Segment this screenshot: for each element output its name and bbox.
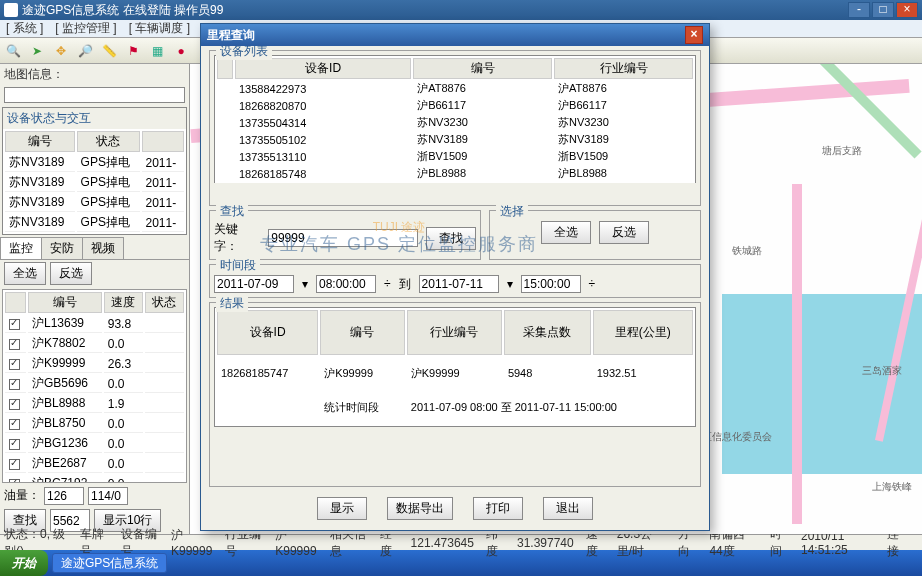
device-row[interactable]: 13588422973沪AT8876沪AT8876 — [217, 81, 693, 96]
col-id[interactable]: 编号 — [5, 131, 75, 152]
device-row[interactable]: 13735505102苏NV3189苏NV3189 — [217, 132, 693, 147]
tab-monitor[interactable]: 监控 — [0, 237, 42, 259]
search-icon[interactable]: 🔎 — [76, 42, 94, 60]
start-label: 开始 — [12, 555, 36, 572]
spinner-icon[interactable]: ÷ — [589, 277, 596, 291]
status-row[interactable]: 苏NV3189GPS掉电2011- — [5, 174, 184, 192]
pan-icon[interactable]: ✥ — [52, 42, 70, 60]
col-status[interactable]: 状态 — [77, 131, 140, 152]
mapinfo-input[interactable] — [4, 87, 185, 103]
dialog-title: 里程查询 — [207, 27, 255, 44]
spinner-icon[interactable]: ÷ — [384, 277, 391, 291]
app-icon — [4, 3, 18, 17]
measure-icon[interactable]: 📏 — [100, 42, 118, 60]
device-row[interactable]: 18268820870沪B66117沪B66117 — [217, 98, 693, 113]
status-row[interactable]: 苏NV3189GPS掉电2011- — [5, 154, 184, 172]
dropdown-icon[interactable]: ▾ — [507, 277, 513, 291]
minimize-button[interactable]: - — [848, 2, 870, 18]
record-icon[interactable]: ● — [172, 42, 190, 60]
menu-dispatch[interactable]: [ 车辆调度 ] — [125, 20, 194, 37]
res-col-num[interactable]: 编号 — [320, 310, 405, 355]
devlist-group-title: 设备列表 — [216, 46, 272, 60]
select-all-button[interactable]: 全选 — [4, 262, 46, 285]
date-to-input[interactable] — [419, 275, 499, 293]
exit-button[interactable]: 退出 — [543, 497, 593, 520]
col-date[interactable] — [142, 131, 185, 152]
status-bar: 状态：0, 级别() 车牌号 设备编号 沪K99999 行业编号 沪K99999… — [0, 534, 922, 550]
pointer-icon[interactable]: ➤ — [28, 42, 46, 60]
res-col-mileage[interactable]: 里程(公里) — [593, 310, 693, 355]
result-row[interactable]: 18268185747 沪K99999 沪K99999 5948 1932.51 — [217, 357, 693, 389]
res-col-points[interactable]: 采集点数 — [504, 310, 591, 355]
layer-icon[interactable]: ▦ — [148, 42, 166, 60]
start-button[interactable]: 开始 — [0, 550, 48, 576]
oil-label: 油量： — [4, 487, 40, 505]
to-label: 到 — [399, 276, 411, 293]
time-from-input[interactable] — [316, 275, 376, 293]
status-row[interactable]: 苏NV3189GPS掉电2011- — [5, 194, 184, 212]
dialog-close-button[interactable]: × — [685, 26, 703, 44]
device-row[interactable]: 13735513110浙BV1509浙BV1509 — [217, 149, 693, 164]
time-group-title: 时间段 — [216, 257, 260, 274]
lng-value: 121.473645 — [411, 536, 474, 550]
col-dev-num[interactable]: 编号 — [413, 58, 552, 79]
veh-col-id[interactable]: 编号 — [28, 292, 102, 313]
flag-icon[interactable]: ⚑ — [124, 42, 142, 60]
oil-input-1[interactable] — [44, 487, 84, 505]
select-group-title: 选择 — [496, 203, 528, 220]
status-group-title: 设备状态与交互 — [3, 108, 186, 129]
show-button[interactable]: 显示 — [317, 497, 367, 520]
vehicle-row[interactable]: 沪K788020.0 — [5, 335, 184, 353]
dialog-titlebar[interactable]: 里程查询 × — [201, 24, 709, 46]
oil-input-2[interactable] — [88, 487, 128, 505]
keyword-label: 关键字： — [214, 221, 260, 255]
menu-monitor[interactable]: [ 监控管理 ] — [51, 20, 120, 37]
sidebar: 地图信息： 设备状态与交互 编号 状态 苏NV3189GPS掉电2011-苏NV… — [0, 64, 190, 534]
device-row[interactable]: 18268185748沪BL8988沪BL8988 — [217, 166, 693, 181]
vehicle-row[interactable]: 沪K9999926.3 — [5, 355, 184, 373]
veh-col-speed[interactable]: 速度 — [104, 292, 143, 313]
keyword-input[interactable] — [268, 229, 418, 247]
maximize-button[interactable]: □ — [872, 2, 894, 18]
vehicle-row[interactable]: 沪BE26870.0 — [5, 455, 184, 473]
device-row[interactable]: 13735504314苏NV3230苏NV3230 — [217, 115, 693, 130]
vehicle-row[interactable]: 沪BL89881.9 — [5, 395, 184, 413]
lat-value: 31.397740 — [517, 536, 574, 550]
tab-video[interactable]: 视频 — [82, 237, 124, 259]
task-label: 途迹GPS信息系统 — [61, 555, 158, 572]
res-col-devid[interactable]: 设备ID — [217, 310, 318, 355]
zoom-icon[interactable]: 🔍 — [4, 42, 22, 60]
col-dev-id[interactable]: 设备ID — [235, 58, 411, 79]
vehicle-row[interactable]: 沪BL87500.0 — [5, 415, 184, 433]
vehicle-row[interactable]: 沪BC71920.0 — [5, 475, 184, 483]
close-button[interactable]: × — [896, 2, 918, 18]
window-title: 途迹GPS信息系统 在线登陆 操作员99 — [22, 2, 848, 19]
menu-system[interactable]: [ 系统 ] — [2, 20, 47, 37]
search-group-title: 查找 — [216, 203, 248, 220]
vehicle-row[interactable]: 沪GB56960.0 — [5, 375, 184, 393]
vehicle-row[interactable]: 沪L1363993.8 — [5, 315, 184, 333]
result-summary-row: 统计时间段 2011-07-09 08:00 至 2011-07-11 15:0… — [217, 392, 693, 424]
print-button[interactable]: 打印 — [473, 497, 523, 520]
select-inverse-button[interactable]: 反选 — [50, 262, 92, 285]
vehicle-row[interactable]: 沪BG12360.0 — [5, 435, 184, 453]
mapinfo-label: 地图信息： — [0, 64, 189, 85]
window-titlebar: 途迹GPS信息系统 在线登陆 操作员99 - □ × — [0, 0, 922, 20]
dialog-select-all-button[interactable]: 全选 — [541, 221, 591, 244]
result-group-title: 结果 — [216, 295, 248, 312]
mileage-query-dialog: 里程查询 × 设备列表 设备ID 编号 行业编号 13588422973沪AT8… — [200, 23, 710, 531]
taskbar-item[interactable]: 途迹GPS信息系统 — [52, 553, 167, 573]
export-button[interactable]: 数据导出 — [387, 497, 453, 520]
dropdown-icon[interactable]: ▾ — [302, 277, 308, 291]
col-ind-num[interactable]: 行业编号 — [554, 58, 693, 79]
dialog-select-inverse-button[interactable]: 反选 — [599, 221, 649, 244]
time-to-input[interactable] — [521, 275, 581, 293]
res-col-ind[interactable]: 行业编号 — [407, 310, 502, 355]
date-from-input[interactable] — [214, 275, 294, 293]
tab-security[interactable]: 安防 — [41, 237, 83, 259]
veh-col-status[interactable]: 状态 — [145, 292, 184, 313]
status-row[interactable]: 苏NV3189GPS掉电2011- — [5, 214, 184, 232]
search-dialog-button[interactable]: 查找 — [426, 227, 476, 250]
